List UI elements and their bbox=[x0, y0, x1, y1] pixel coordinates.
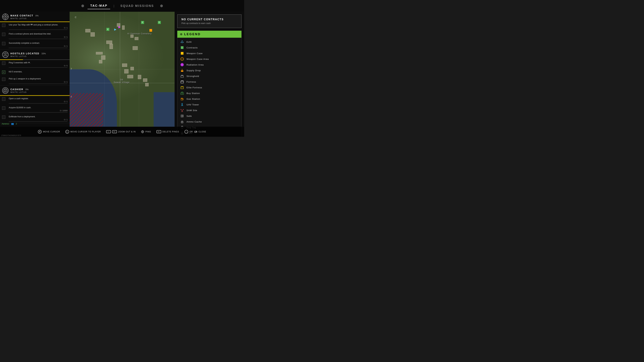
mission-obj-progress-3-3: 0 / 1 bbox=[0, 119, 70, 121]
mission-name-3: CASHIER 0% bbox=[10, 88, 68, 91]
mission-obj-progress-2-1: 0 / 5 bbox=[0, 65, 70, 67]
svg-rect-27 bbox=[183, 81, 183, 81]
svg-point-7 bbox=[2, 52, 8, 58]
mission-obj-3-1: Open a cash register. bbox=[0, 96, 70, 100]
mission-obj-progress-3-1: 0 / 1 bbox=[0, 100, 70, 103]
mission-cashier: CASHIER 0% WHITE LOTUS Open a cash regis… bbox=[0, 85, 70, 123]
legend-item-radiation: Radiation Area bbox=[178, 62, 241, 67]
map-squad-icon: ▶ bbox=[118, 25, 121, 28]
grid-label-7: 7 bbox=[70, 67, 73, 71]
svg-line-47 bbox=[181, 110, 182, 111]
map-player-icon: ▶ bbox=[114, 28, 117, 31]
legend-label-exfil: Exfil bbox=[186, 41, 192, 43]
btn-key-r3: R3 bbox=[156, 130, 161, 133]
map-building bbox=[96, 52, 103, 54]
legend-icon-stronghold bbox=[180, 74, 184, 78]
mission-faction-3: WHITE LOTUS bbox=[10, 91, 68, 93]
map-contract-icon2: C bbox=[141, 21, 144, 24]
mission-obj-text-3-3: Exfiltrate from a deployment. bbox=[9, 115, 68, 118]
svg-rect-17 bbox=[181, 70, 183, 72]
mission-obj-text-3-1: Open a cash register. bbox=[9, 97, 68, 100]
mission-obj-check-1-2 bbox=[2, 33, 5, 36]
map-location-al-samman: Al Samman Cemetery bbox=[127, 32, 152, 35]
svg-point-68 bbox=[142, 131, 144, 133]
legend-item-exfil: Exfil bbox=[178, 39, 241, 45]
mission-icon-make-contact bbox=[2, 13, 9, 20]
mission-percent-3: 0% bbox=[25, 88, 28, 91]
mission-obj-2-3: Pick up 1 weapon in a deployment. bbox=[0, 76, 70, 81]
map-building bbox=[110, 44, 113, 49]
legend-label-uav-tower: UAV Tower bbox=[186, 103, 199, 106]
legend-item-gas-station: Gas Station bbox=[178, 96, 241, 102]
btn-move-cursor: R MOVE CURSOR bbox=[38, 130, 60, 134]
legend-icon-radiation bbox=[180, 63, 184, 67]
legend-icon-ammo-cache bbox=[180, 120, 184, 124]
squad-icon: 👥 bbox=[11, 122, 14, 125]
legend-icon-contracts bbox=[180, 45, 184, 50]
legend-icon-weapon-case-area bbox=[180, 57, 184, 61]
mission-obj-progress-1-1: 0 / 1 bbox=[0, 27, 70, 29]
svg-point-11 bbox=[2, 87, 8, 93]
svg-point-49 bbox=[180, 109, 181, 110]
map-building bbox=[101, 55, 105, 60]
no-contracts-title: NO CURRENT CONTRACTS bbox=[182, 18, 237, 21]
mission-obj-progress-line-1-3 bbox=[9, 48, 68, 48]
svg-point-39 bbox=[183, 100, 183, 100]
map-building bbox=[130, 67, 134, 70]
mission-make-contact: MAKE CONTACT 0% WHITE LOTUS Use your Tac… bbox=[0, 12, 70, 50]
mission-obj-text-2-3: Pick up 1 weapon in a deployment. bbox=[9, 77, 68, 80]
map-building bbox=[133, 46, 138, 50]
svg-rect-21 bbox=[181, 76, 184, 77]
mission-title-block-3: CASHIER 0% WHITE LOTUS bbox=[10, 88, 68, 93]
legend-label-buy-station: Buy Station bbox=[186, 92, 200, 94]
btn-zoom: L1 R1 ZOOM OUT & IN bbox=[106, 130, 136, 133]
tac-map[interactable]: 7 8 C Al Samman Cemetery D8Sawah Village… bbox=[70, 12, 174, 127]
svg-rect-29 bbox=[181, 86, 182, 87]
legend-items-list: Exfil Contracts Weapon Case Weapon Case … bbox=[177, 38, 242, 137]
btn-key-l: L bbox=[66, 130, 69, 134]
legend-item-contracts: Contracts bbox=[178, 45, 241, 50]
map-building bbox=[99, 60, 102, 63]
controller-icon bbox=[194, 131, 197, 133]
bottom-left-hud: Aerenci 👥 2 bbox=[2, 122, 17, 125]
mission-obj-check-2-1 bbox=[2, 61, 5, 65]
squad-count: 2 bbox=[16, 122, 17, 125]
map-building bbox=[106, 40, 112, 44]
map-contract-icon: C bbox=[106, 28, 109, 31]
svg-point-2 bbox=[5, 16, 6, 17]
btn-close[interactable]: ○ OR CLOSE bbox=[184, 130, 206, 134]
nav-separator: | bbox=[114, 4, 114, 8]
mission-name-text-2: HOSTILES LOCATED bbox=[10, 52, 40, 55]
svg-point-69 bbox=[142, 131, 143, 132]
mission-obj-progress-line-3-3 bbox=[9, 121, 68, 122]
btn-move-to-player: L MOVE CURSOR TO PLAYER bbox=[66, 130, 101, 134]
mission-faction-1: WHITE LOTUS bbox=[10, 17, 68, 19]
mission-name-text-3: CASHIER bbox=[10, 88, 23, 91]
mission-obj-progress-line-3-2 bbox=[9, 112, 68, 113]
legend-label-supply-drop: Supply Drop bbox=[186, 69, 201, 72]
mission-icon-3 bbox=[2, 87, 9, 94]
svg-point-50 bbox=[183, 109, 184, 110]
mission-obj-progress-1-3: 0 / 1 bbox=[0, 45, 70, 48]
tab-squad-missions[interactable]: SQUAD MISSIONS bbox=[118, 3, 157, 9]
btn-label-move-to-player: MOVE CURSOR TO PLAYER bbox=[70, 131, 101, 133]
map-contract-icon3: C bbox=[158, 21, 161, 24]
legend-icon-supply-drop bbox=[180, 68, 184, 72]
nav-left-icon: ⊕ bbox=[81, 4, 84, 8]
btn-delete-pings: R3 DELETE PINGS bbox=[156, 130, 179, 133]
legend-label-safe: Safe bbox=[186, 115, 192, 117]
mission-obj-2-1: Ping 5 enemies with 👁. bbox=[0, 60, 70, 65]
map-building bbox=[138, 75, 141, 79]
mission-name-text-1: MAKE CONTACT bbox=[10, 14, 33, 17]
tab-tac-map[interactable]: TAC-MAP bbox=[88, 3, 110, 9]
legend-item-supply-drop: Supply Drop bbox=[178, 67, 241, 73]
legend-title: LEGEND bbox=[184, 32, 201, 36]
btn-label-move-cursor: MOVE CURSOR bbox=[43, 131, 60, 133]
mission-obj-progress-line-2-1 bbox=[9, 67, 68, 68]
ping-icon bbox=[141, 130, 144, 133]
svg-rect-22 bbox=[181, 75, 182, 76]
legend-item-weapon-case: Weapon Case bbox=[178, 50, 241, 56]
mission-obj-progress-line-1-1 bbox=[9, 29, 68, 30]
mission-obj-spacer-2-2 bbox=[0, 74, 70, 76]
legend-icon-sam-site bbox=[180, 108, 184, 112]
